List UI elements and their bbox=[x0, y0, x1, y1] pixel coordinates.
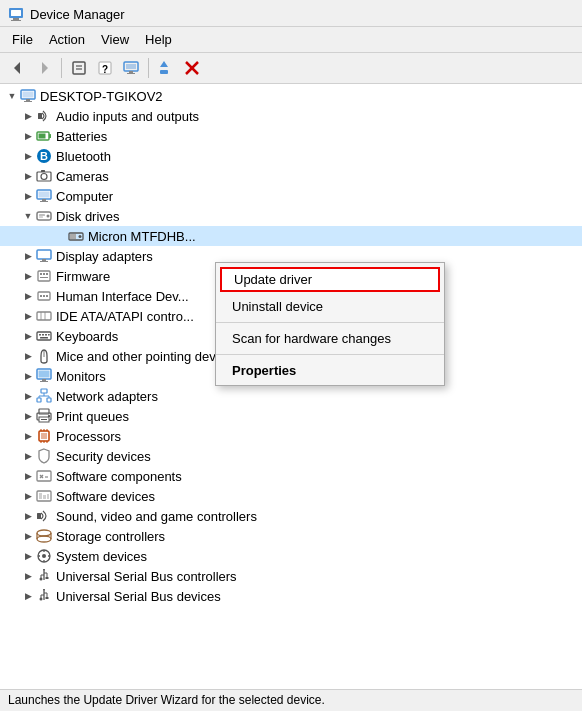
svg-rect-94 bbox=[39, 493, 42, 499]
sound-arrow bbox=[20, 508, 36, 524]
usb1-icon bbox=[36, 568, 52, 584]
tree-item-batteries[interactable]: Batteries bbox=[0, 126, 582, 146]
menu-action[interactable]: Action bbox=[41, 29, 93, 50]
display-icon bbox=[36, 248, 52, 264]
audio-arrow bbox=[20, 108, 36, 124]
print-arrow bbox=[20, 408, 36, 424]
menu-file[interactable]: File bbox=[4, 29, 41, 50]
tree-item-disk-drives[interactable]: Disk drives bbox=[0, 206, 582, 226]
storage-arrow bbox=[20, 528, 36, 544]
svg-marker-5 bbox=[42, 62, 48, 74]
batteries-label: Batteries bbox=[56, 129, 107, 144]
tree-item-software-comp[interactable]: Software components bbox=[0, 466, 582, 486]
mice-label: Mice and other pointing devices bbox=[56, 349, 239, 364]
remove-button[interactable] bbox=[180, 56, 204, 80]
svg-rect-52 bbox=[40, 295, 42, 297]
tree-item-processors[interactable]: Processors bbox=[0, 426, 582, 446]
cameras-label: Cameras bbox=[56, 169, 109, 184]
svg-rect-89 bbox=[37, 471, 51, 481]
menu-help[interactable]: Help bbox=[137, 29, 180, 50]
tree-item-print[interactable]: Print queues bbox=[0, 406, 582, 426]
svg-rect-47 bbox=[40, 273, 42, 275]
context-uninstall-device[interactable]: Uninstall device bbox=[216, 294, 444, 319]
svg-rect-23 bbox=[38, 113, 42, 119]
tree-root[interactable]: DESKTOP-TGIKOV2 bbox=[0, 86, 582, 106]
tree-item-security[interactable]: Security devices bbox=[0, 446, 582, 466]
svg-rect-14 bbox=[127, 73, 135, 74]
tree-item-software-dev[interactable]: Software devices bbox=[0, 486, 582, 506]
security-label: Security devices bbox=[56, 449, 151, 464]
disk-icon bbox=[36, 208, 52, 224]
tree-item-system[interactable]: System devices bbox=[0, 546, 582, 566]
software-dev-icon bbox=[36, 488, 52, 504]
root-arrow bbox=[4, 88, 20, 104]
svg-rect-34 bbox=[42, 199, 46, 201]
ide-label: IDE ATA/ATAPI contro... bbox=[56, 309, 194, 324]
camera-icon bbox=[36, 168, 52, 184]
svg-rect-3 bbox=[11, 20, 21, 21]
svg-rect-66 bbox=[39, 371, 50, 378]
context-properties[interactable]: Properties bbox=[216, 358, 444, 383]
status-bar: Launches the Update Driver Wizard for th… bbox=[0, 689, 582, 711]
context-scan-hardware[interactable]: Scan for hardware changes bbox=[216, 326, 444, 351]
svg-point-110 bbox=[40, 578, 43, 581]
context-menu: Update driver Uninstall device Scan for … bbox=[215, 262, 445, 386]
svg-point-103 bbox=[42, 554, 46, 558]
computer-label: Computer bbox=[56, 189, 113, 204]
context-update-driver[interactable]: Update driver bbox=[220, 267, 440, 292]
tree-item-storage[interactable]: Storage controllers bbox=[0, 526, 582, 546]
tree-item-cameras[interactable]: Cameras bbox=[0, 166, 582, 186]
usb2-icon bbox=[36, 588, 52, 604]
svg-rect-58 bbox=[37, 332, 51, 340]
computer-icon bbox=[20, 88, 36, 104]
svg-marker-16 bbox=[160, 61, 168, 67]
storage-label: Storage controllers bbox=[56, 529, 165, 544]
human-arrow bbox=[20, 288, 36, 304]
cameras-arrow bbox=[20, 168, 36, 184]
title-bar: Device Manager bbox=[0, 0, 582, 27]
disk-arrow bbox=[20, 208, 36, 224]
mice-arrow bbox=[20, 348, 36, 364]
tree-item-sound[interactable]: Sound, video and game controllers bbox=[0, 506, 582, 526]
svg-rect-55 bbox=[37, 312, 51, 320]
tree-item-computer[interactable]: Computer bbox=[0, 186, 582, 206]
bluetooth-icon: B bbox=[36, 148, 52, 164]
drive-icon bbox=[68, 228, 84, 244]
micron-arrow bbox=[52, 228, 68, 244]
system-icon bbox=[36, 548, 52, 564]
computer-view-button[interactable] bbox=[119, 56, 143, 80]
network-icon bbox=[36, 388, 52, 404]
svg-point-30 bbox=[41, 174, 47, 180]
display-label: Display adapters bbox=[56, 249, 153, 264]
computer-arrow bbox=[20, 188, 36, 204]
svg-rect-61 bbox=[45, 334, 47, 336]
add-driver-button[interactable] bbox=[154, 56, 178, 80]
sound-label: Sound, video and game controllers bbox=[56, 509, 257, 524]
usb1-label: Universal Serial Bus controllers bbox=[56, 569, 237, 584]
tree-item-micron[interactable]: Micron MTFDHB... bbox=[0, 226, 582, 246]
menu-view[interactable]: View bbox=[93, 29, 137, 50]
svg-rect-33 bbox=[39, 192, 50, 198]
mouse-icon bbox=[36, 348, 52, 364]
tree-item-audio[interactable]: Audio inputs and outputs bbox=[0, 106, 582, 126]
tree-view[interactable]: DESKTOP-TGIKOV2 Audio inputs and outputs bbox=[0, 84, 582, 689]
svg-rect-63 bbox=[40, 337, 48, 339]
tree-item-network[interactable]: Network adapters bbox=[0, 386, 582, 406]
tree-item-bluetooth[interactable]: B Bluetooth bbox=[0, 146, 582, 166]
help-button[interactable]: ? bbox=[93, 56, 117, 80]
svg-rect-59 bbox=[39, 334, 41, 336]
properties-button[interactable] bbox=[67, 56, 91, 80]
usb1-arrow bbox=[20, 568, 36, 584]
system-arrow bbox=[20, 548, 36, 564]
back-button[interactable] bbox=[6, 56, 30, 80]
tree-item-usb2[interactable]: Universal Serial Bus devices bbox=[0, 586, 582, 606]
svg-rect-45 bbox=[40, 261, 48, 262]
svg-rect-97 bbox=[37, 513, 41, 519]
processor-icon bbox=[36, 428, 52, 444]
svg-rect-25 bbox=[49, 134, 51, 138]
svg-point-42 bbox=[79, 235, 82, 238]
tree-item-usb1[interactable]: Universal Serial Bus controllers bbox=[0, 566, 582, 586]
bluetooth-arrow bbox=[20, 148, 36, 164]
forward-button[interactable] bbox=[32, 56, 56, 80]
display-arrow bbox=[20, 248, 36, 264]
